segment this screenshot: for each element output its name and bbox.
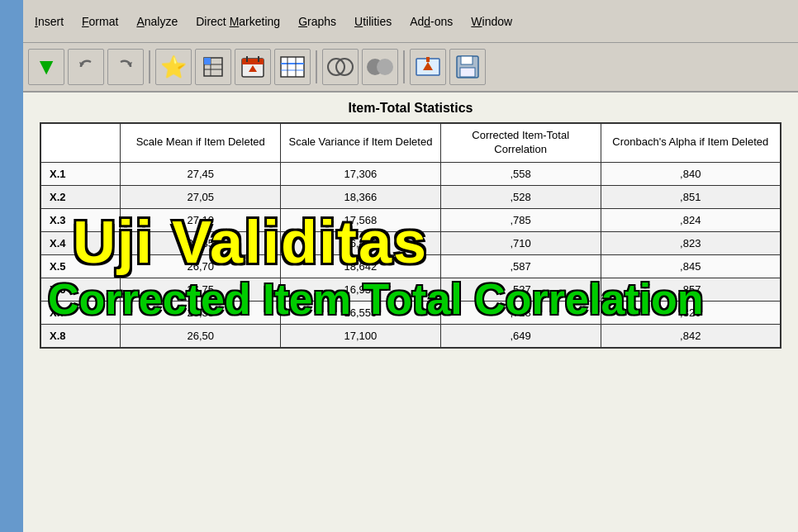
col-header-cronbach: Cronbach's Alpha if Item Deleted [601,123,781,162]
table-row: X.8 26,50 17,100 ,649 ,842 [40,324,781,348]
undo-button[interactable] [68,49,104,85]
svg-rect-24 [460,68,475,77]
row-label: X.2 [40,185,121,208]
cell-corrected: ,558 [440,162,601,185]
col-header-corrected: Corrected Item-Total Correlation [440,123,601,162]
toolbar-separator-2 [316,50,317,83]
cell-cronbach: ,824 [601,208,781,231]
svg-point-18 [377,59,393,75]
save-button[interactable] [449,49,486,85]
svg-rect-10 [281,57,304,77]
overlay-uji-validitas: Uji Validitas [73,208,428,276]
toolbar-separator-1 [149,50,150,83]
cell-scale-mean: 27,45 [121,162,281,185]
svg-rect-21 [426,57,430,62]
filled-circles-button[interactable] [362,49,398,85]
cell-scale-variance: 17,306 [281,162,441,185]
svg-rect-6 [242,59,264,64]
cell-cronbach: ,823 [601,231,781,254]
toolbar: ▼ ⭐ [23,43,798,93]
table-row: X.2 27,05 18,366 ,528 ,851 [40,185,781,208]
cell-cronbach: ,842 [601,324,781,348]
menu-item-analyze[interactable]: Analyze [128,12,186,31]
overlay-corrected-item: Corrected Item Total Correlation [48,274,704,324]
table-button[interactable] [274,49,311,85]
col-header-scale-mean: Scale Mean if Item Deleted [121,123,281,162]
cell-cronbach: ,851 [601,185,781,208]
left-strip [0,0,23,532]
venn-button[interactable] [322,49,359,85]
cell-scale-mean: 27,05 [121,185,281,208]
cell-scale-variance: 18,366 [281,185,441,208]
cell-corrected: ,785 [440,208,601,231]
redo-button[interactable] [107,49,144,85]
toolbar-separator-3 [403,50,405,83]
arrow-down-button[interactable]: ▼ [28,49,64,85]
cell-scale-variance: 17,100 [281,324,441,348]
grid-button[interactable] [195,49,231,85]
menu-item-format[interactable]: Format [74,12,126,31]
menu-item-addons[interactable]: Add-ons [401,12,461,31]
table-title: Item-Total Statistics [40,101,781,116]
cell-corrected: ,649 [440,324,601,348]
cell-scale-mean: 26,50 [121,324,281,348]
col-header-empty [40,123,121,162]
star-button[interactable]: ⭐ [155,49,192,85]
row-label: X.8 [40,324,121,348]
menu-item-direct-marketing[interactable]: Direct Marketing [188,12,288,31]
svg-rect-4 [204,58,211,64]
menu-bar: Insert Format Analyze Direct Marketing G… [23,0,798,43]
cell-corrected: ,710 [440,231,601,254]
col-header-scale-variance: Scale Variance if Item Deleted [281,123,441,162]
menu-item-graphs[interactable]: Graphs [290,12,344,31]
menu-item-utilities[interactable]: Utilities [346,12,400,31]
cell-cronbach: ,840 [601,162,781,185]
refresh-button[interactable] [410,49,446,85]
table-row: X.1 27,45 17,306 ,558 ,840 [40,162,781,185]
content-area: Item-Total Statistics Scale Mean if Item… [23,93,798,532]
menu-item-insert[interactable]: Insert [26,12,72,31]
calendar-button[interactable] [235,49,271,85]
row-label: X.1 [40,162,121,185]
svg-rect-23 [461,56,473,64]
menu-item-window[interactable]: Window [463,12,520,31]
cell-corrected: ,528 [440,185,601,208]
